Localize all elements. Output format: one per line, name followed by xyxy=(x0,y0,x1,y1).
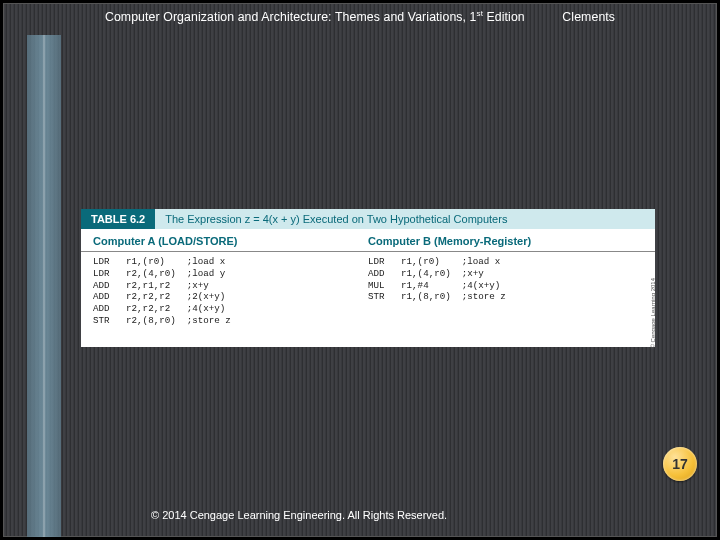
col-a-code: LDR r1,(r0) ;load x LDR r2,(4,r0) ;load … xyxy=(93,256,368,327)
table-tag: TABLE 6.2 xyxy=(81,209,155,229)
author-name: Clements xyxy=(562,10,615,24)
table-figure: TABLE 6.2 The Expression z = 4(x + y) Ex… xyxy=(81,209,655,347)
page-number-badge: 17 xyxy=(663,447,697,481)
slide: Computer Organization and Architecture: … xyxy=(3,3,717,537)
book-title-part1: Computer Organization and Architecture: … xyxy=(105,10,477,24)
table-caption: The Expression z = 4(x + y) Executed on … xyxy=(155,209,655,229)
col-b-header: Computer B (Memory-Register) xyxy=(368,235,643,247)
col-b-code: LDR r1,(r0) ;load x ADD r1,(4,r0) ;x+y M… xyxy=(368,256,643,327)
table-column-headers: Computer A (LOAD/STORE) Computer B (Memo… xyxy=(81,229,655,252)
sidebar-accent-bar xyxy=(27,35,61,537)
copyright-footer: © 2014 Cengage Learning Engineering. All… xyxy=(91,509,717,521)
book-title-part2: Edition xyxy=(483,10,525,24)
page-number: 17 xyxy=(672,456,688,472)
slide-header: Computer Organization and Architecture: … xyxy=(3,9,717,24)
table-title-bar: TABLE 6.2 The Expression z = 4(x + y) Ex… xyxy=(81,209,655,229)
col-a-header: Computer A (LOAD/STORE) xyxy=(93,235,368,247)
table-body: LDR r1,(r0) ;load x LDR r2,(4,r0) ;load … xyxy=(81,252,655,333)
figure-credit: © Cengage Learning 2014 xyxy=(650,278,656,348)
